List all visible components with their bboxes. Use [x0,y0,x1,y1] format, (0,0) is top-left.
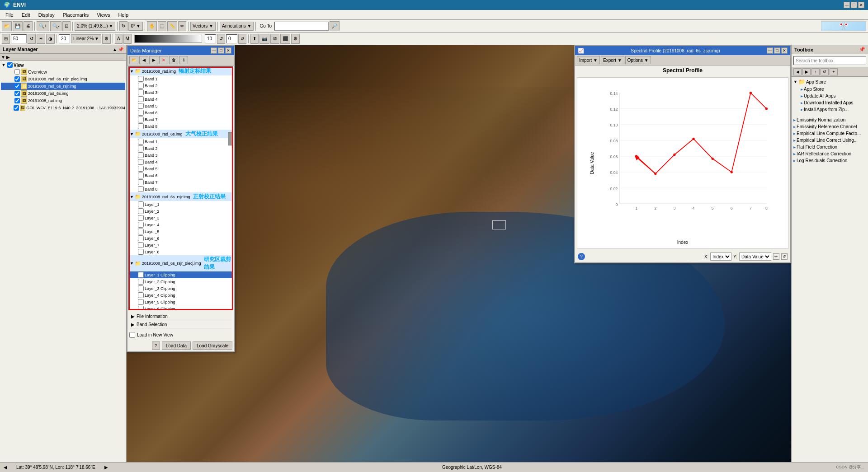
close-button[interactable]: ✕ [858,2,864,8]
pan-button[interactable]: ✋ [147,21,157,31]
toolbox-search-input[interactable] [793,56,866,65]
dm-layer-4-4[interactable]: Layer_4 Clipping [129,292,233,299]
x-axis-select[interactable]: Index [710,252,731,261]
tb-item-emissivity-ref[interactable]: ▸ Emissivity Reference Channel [793,123,867,130]
refresh2-btn[interactable]: ↺ [238,34,246,44]
dm-layer-3-4[interactable]: Layer_4 [129,221,233,228]
export-btn[interactable]: ⬆ [250,34,259,44]
band-cb-2-5[interactable] [138,166,144,172]
tree-item-overview[interactable]: 🖼 Overview [1,68,125,75]
tb-item-update[interactable]: ▸ Update All Apps [793,93,867,99]
layer-cb-4-3[interactable] [138,285,144,291]
dm-band-2-1[interactable]: Band 1 [129,138,233,145]
dm-layer-4-6[interactable]: Layer_6 Clipping [129,305,233,310]
annotations-dropdown[interactable]: Annotations ▼ [220,22,254,31]
goto-button[interactable]: 🔎 [330,21,340,31]
dm-band-1-3[interactable]: Band 3 [129,89,233,96]
dm-layer-3-6[interactable]: Layer_6 [129,235,233,242]
refresh-btn[interactable]: ↺ [28,34,36,44]
layer-manager-pin[interactable]: 📌 [118,47,123,52]
manual-btn[interactable]: M [123,34,132,44]
zoom-input[interactable] [59,34,70,43]
y-axis-select[interactable]: Data Value [739,252,771,261]
reset-btn[interactable]: ↺ [217,34,225,44]
dm-layer-4-1-selected[interactable]: Layer_1 Clipping [129,271,233,278]
layer-expand-all[interactable]: ▼ [1,55,5,60]
band-cb-2-1[interactable] [138,139,144,145]
dm-layer-3-8[interactable]: Layer_8 [129,248,233,255]
band-cb-1-5[interactable] [138,103,144,109]
dm-band-1-2[interactable]: Band 2 [129,82,233,89]
layer-cb-4-1[interactable] [138,272,144,278]
band-cb-1-8[interactable] [138,123,144,129]
band-cb-2-8[interactable] [138,186,144,192]
layer-cb-4-2[interactable] [138,279,144,285]
open-button[interactable]: 📂 [2,21,12,31]
dm-band-2-3[interactable]: Band 3 [129,152,233,159]
dm-layer-3-3[interactable]: Layer_3 [129,215,233,221]
camera-btn[interactable]: 📷 [259,34,269,44]
sp-options[interactable]: Options ▼ [625,56,651,64]
tb-nav-up[interactable]: ↑ [811,68,820,75]
dm-prev[interactable]: ◀ [139,56,148,64]
layer-cb-3-5[interactable] [138,229,144,234]
tree-item-rsjr[interactable]: 🖼 20191008_rad_6s_rsjr.img [1,83,125,90]
tree-item-view[interactable]: ▼ View [1,62,125,68]
dm-layer-3-1[interactable]: Layer_1 [129,201,233,208]
rotate-button[interactable]: ↻ [119,21,127,31]
sp-import[interactable]: Import ▼ [577,56,600,64]
band-cb-1-3[interactable] [138,89,144,95]
checkbox-6s[interactable] [14,91,20,96]
spectral-controls[interactable]: — □ ✕ [767,47,788,54]
layer-cb-3-6[interactable] [138,235,144,241]
layer-btn[interactable]: ⊞ [2,34,10,44]
layer-manager-collapse[interactable]: ▲ [113,47,117,52]
help-icon[interactable]: ? [578,253,585,260]
dm-band-2-4[interactable]: Band 4 [129,159,233,165]
dm-layer-3-5[interactable]: Layer_5 [129,228,233,235]
tree-item-rad[interactable]: 🖼 20191008_rad.img [1,97,125,104]
dm-layer-3-2[interactable]: Layer_2 [129,208,233,215]
load-new-view-checkbox[interactable] [129,332,135,338]
expand-file3[interactable]: ▼ [130,195,134,199]
auto-btn[interactable]: A [115,34,123,44]
zoom-fit-button[interactable]: ⊡ [62,21,71,31]
dm-band-2-7[interactable]: Band 7 [129,179,233,186]
dm-band-1-6[interactable]: Band 6 [129,109,233,116]
tree-item-piecj[interactable]: 🖼 20191008_rad_6s_rsjr_piecj.img [1,75,125,83]
screen-btn[interactable]: 🖥 [270,34,279,44]
print-button[interactable]: 🖨 [24,21,33,31]
sp-help-btn[interactable]: ? [578,253,585,260]
expand-file2[interactable]: ▼ [130,132,134,136]
layer-cb-3-2[interactable] [138,208,144,214]
dm-layer-4-3[interactable]: Layer_3 Clipping [129,285,233,292]
menu-edit[interactable]: Edit [18,11,34,19]
dm-info[interactable]: ℹ [179,56,188,64]
tb-item-empirical-compute[interactable]: ▸ Empirical Line Compute Facto... [793,130,867,137]
sp-maximize[interactable]: □ [774,47,780,54]
dm-band-1-1[interactable]: Band 1 [129,75,233,82]
load-grayscale-button[interactable]: Load Grayscale [193,341,232,350]
tb-nav-forward[interactable]: ▶ [802,68,811,75]
dm-next[interactable]: ▶ [149,56,158,64]
toolbox-pin[interactable]: 📌 [859,47,865,52]
tb-item-log-residuals[interactable]: ▸ Log Residuals Correction [793,157,867,164]
tree-item-gf6[interactable]: 🖼 GF6_WFV_E119.6_N40.2_20191008_L1AI1199… [1,104,125,112]
layer-cb-4-4[interactable] [138,292,144,298]
status-right-arrow[interactable]: ▶ [104,465,108,470]
dm-layer-4-2[interactable]: Layer_2 Clipping [129,278,233,285]
band-cb-1-4[interactable] [138,96,144,102]
dm-help-btn[interactable]: ? [152,341,160,350]
menu-help[interactable]: Help [114,11,132,19]
dm-band-2-8[interactable]: Band 8 [129,186,233,192]
band-cb-2-3[interactable] [138,152,144,158]
tb-nav-back[interactable]: ◀ [793,68,802,75]
sp-minimize[interactable]: — [767,47,773,54]
checkbox-view[interactable] [7,62,13,68]
checkbox-rsjr[interactable] [14,84,20,89]
layer-cb-4-6[interactable] [138,306,144,310]
tb-item-empirical-correct[interactable]: ▸ Empirical Line Correct Using... [793,137,867,144]
goto-input[interactable] [274,22,329,31]
val2-input[interactable] [226,34,237,43]
dm-open[interactable]: 📂 [129,56,138,64]
